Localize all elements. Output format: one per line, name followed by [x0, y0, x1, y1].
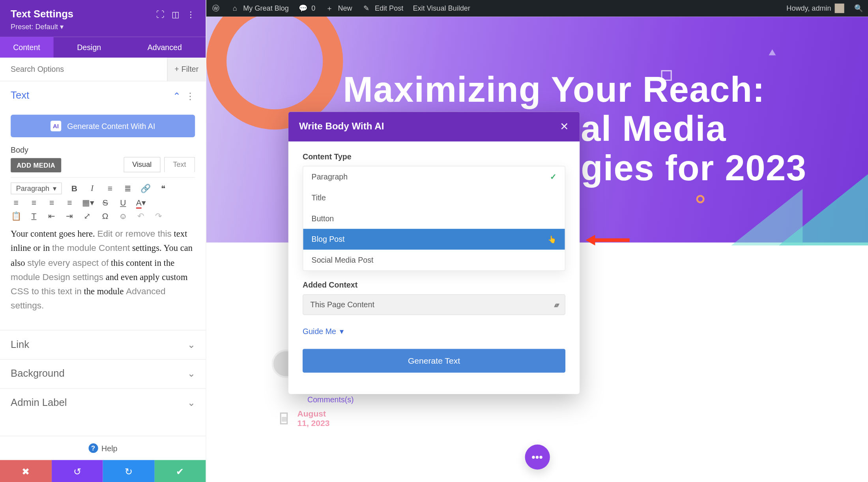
wp-logo[interactable]: ⓦ [206, 0, 225, 17]
search-icon: 🔍 [854, 4, 863, 13]
group-background[interactable]: Background ⌄ [0, 359, 206, 388]
check-icon: ✓ [550, 172, 557, 181]
comments-link[interactable]: 💬0 [294, 0, 320, 17]
guide-me-link[interactable]: Guide Me▾ [303, 327, 344, 336]
expand-icon[interactable]: ⛶ [156, 9, 165, 19]
redo-button[interactable]: ↻ [103, 460, 154, 482]
more-icon[interactable]: ⋮ [187, 9, 195, 19]
ol-icon[interactable]: ≣ [122, 184, 133, 193]
strike-icon[interactable]: S [100, 198, 110, 207]
sidebar-footer: ✖ ↺ ↻ ✔ [0, 460, 206, 482]
italic-icon[interactable]: I [87, 184, 97, 193]
post-date: August 11, 2023 [297, 409, 330, 428]
builder-fab[interactable]: ••• [525, 445, 550, 469]
columns-icon[interactable]: ◫ [172, 9, 180, 19]
align-center-icon[interactable]: ≡ [28, 198, 39, 207]
editor-mode-visual[interactable]: Visual [123, 157, 161, 172]
group-more-icon[interactable]: ⋮ [185, 90, 195, 101]
option-social[interactable]: Social Media Post [303, 250, 565, 271]
chevron-down-icon: ⌄ [187, 397, 195, 409]
added-context-select[interactable]: This Page Content ▴▾ [303, 294, 565, 315]
search-toggle[interactable]: 🔍 [849, 4, 868, 13]
undo-button[interactable]: ↺ [51, 460, 103, 482]
bold-icon[interactable]: B [69, 184, 80, 193]
outdent-icon[interactable]: ⇥ [64, 211, 75, 220]
exit-vb-link[interactable]: Exit Visual Builder [408, 0, 475, 17]
textcolor-icon[interactable]: A▾ [136, 198, 146, 207]
body-label: Body [0, 146, 206, 158]
link-icon[interactable]: 🔗 [140, 184, 151, 193]
filter-button[interactable]: + Filter [167, 58, 206, 80]
avatar [835, 4, 844, 13]
group-admin-label[interactable]: Admin Label ⌄ [0, 388, 206, 417]
format-select[interactable]: Paragraph▾ [11, 183, 62, 194]
ai-button-label: Generate Content With AI [67, 121, 155, 131]
cancel-button[interactable]: ✖ [0, 460, 51, 482]
preset-selector[interactable]: Preset: Default ▾ [11, 22, 195, 31]
chevron-up-icon[interactable]: ⌃ [173, 90, 181, 101]
teal-triangle2-decoration [731, 189, 803, 245]
add-media-button[interactable]: ADD MEDIA [11, 158, 61, 172]
tab-design[interactable]: Design [64, 37, 114, 58]
generate-text-button[interactable]: Generate Text [303, 349, 565, 373]
ul-icon[interactable]: ≡ [105, 184, 115, 193]
align-right-icon[interactable]: ≡ [47, 198, 57, 207]
group-title-text[interactable]: Text [11, 90, 29, 102]
modal-header: Write Body With AI ✕ [288, 112, 580, 141]
tab-advanced[interactable]: Advanced [135, 37, 195, 58]
emoji-icon[interactable]: ☺ [118, 211, 128, 220]
option-blog-post[interactable]: Blog Post👆 [303, 229, 565, 250]
new-label: New [338, 4, 352, 13]
tab-content[interactable]: Content [0, 37, 53, 58]
chevron-down-icon: ▾ [340, 327, 344, 336]
group-adminlabel-label: Admin Label [11, 397, 67, 409]
redo-icon[interactable]: ↷ [153, 211, 164, 220]
sidebar-tabs: Content Design Advanced [0, 37, 206, 58]
updown-icon: ▴▾ [554, 301, 557, 309]
group-background-label: Background [11, 368, 65, 379]
undo-icon[interactable]: ↶ [136, 211, 146, 220]
comment-icon: 💬 [298, 4, 308, 13]
underline-icon[interactable]: U [118, 198, 128, 207]
fullscreen-icon[interactable]: ⤢ [82, 211, 93, 220]
editor-toolbar: Paragraph▾ B I ≡ ≣ 🔗 ❝ ≡ ≡ ≡ ≡ ▦▾ S U A▾ [11, 177, 195, 220]
ai-badge-icon: AI [51, 121, 61, 131]
clear-icon[interactable]: T [28, 211, 39, 220]
indent-icon[interactable]: ⇤ [47, 211, 57, 220]
edit-post-link[interactable]: ✎Edit Post [357, 0, 408, 17]
body-editor[interactable]: Your content goes here. Edit or remove t… [11, 226, 195, 313]
modal-title: Write Body With AI [299, 121, 384, 132]
help-link[interactable]: ? Help [0, 436, 206, 460]
content-type-dropdown[interactable]: Paragraph✓ Title Button Blog Post👆 Socia… [303, 166, 565, 271]
paste-icon[interactable]: 📋 [11, 211, 21, 220]
search-input[interactable] [0, 58, 167, 81]
ai-modal: Write Body With AI ✕ Content Type Paragr… [288, 112, 580, 394]
cursor-icon: 👆 [548, 235, 557, 243]
save-button[interactable]: ✔ [154, 460, 206, 482]
option-paragraph[interactable]: Paragraph✓ [303, 166, 565, 187]
plus-icon: ＋ [325, 4, 334, 13]
table-icon[interactable]: ▦▾ [82, 198, 93, 207]
howdy-link[interactable]: Howdy, admin [782, 4, 849, 13]
generate-ai-button[interactable]: AI Generate Content With AI [11, 115, 195, 137]
help-label: Help [101, 444, 117, 453]
close-icon[interactable]: ✕ [560, 120, 569, 133]
pencil-icon: ✎ [362, 4, 371, 13]
added-context-value: This Page Content [311, 300, 374, 309]
content-type-label: Content Type [303, 152, 565, 161]
specialchar-icon[interactable]: Ω [100, 211, 110, 220]
editor-mode-text[interactable]: Text [164, 157, 195, 172]
settings-sidebar: Text Settings ⛶ ◫ ⋮ Preset: Default ▾ Co… [0, 0, 206, 482]
quote-icon[interactable]: ❝ [158, 184, 169, 193]
option-button[interactable]: Button [303, 208, 565, 229]
option-title[interactable]: Title [303, 187, 565, 208]
site-link[interactable]: ⌂My Great Blog [225, 0, 294, 17]
new-link[interactable]: ＋New [320, 0, 357, 17]
sidebar-title: Text Settings [11, 8, 73, 20]
group-link-label: Link [11, 338, 29, 350]
align-left-icon[interactable]: ≡ [11, 198, 21, 207]
group-link[interactable]: Link ⌄ [0, 330, 206, 359]
align-justify-icon[interactable]: ≡ [64, 198, 75, 207]
edit-post-label: Edit Post [375, 4, 403, 13]
plus-icon: + [174, 65, 179, 74]
